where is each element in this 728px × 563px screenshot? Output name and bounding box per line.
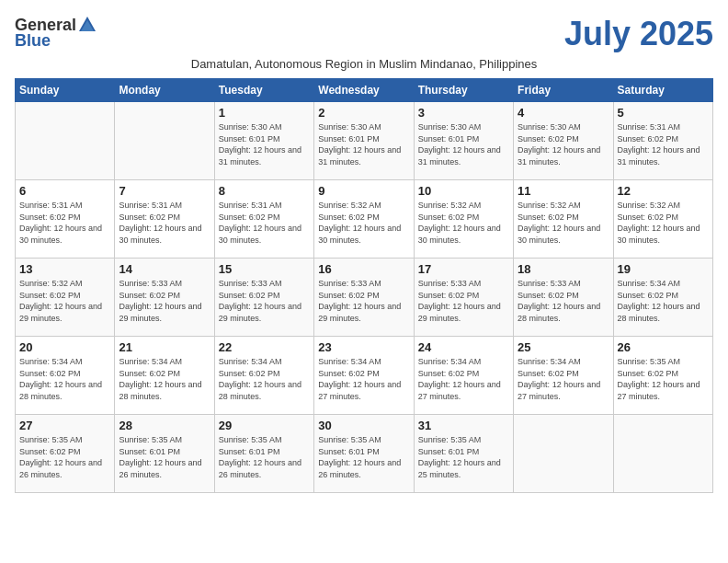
sunset-text: Sunset: 6:02 PM xyxy=(518,291,579,300)
sunrise-text: Sunrise: 5:35 AM xyxy=(418,435,482,444)
daylight-hours: Daylight: 12 hours and 26 minutes. xyxy=(219,458,301,479)
daylight-hours: Daylight: 12 hours and 31 minutes. xyxy=(318,145,401,167)
sunset-text: Sunset: 6:02 PM xyxy=(418,291,480,300)
day-number: 29 xyxy=(219,419,310,432)
sunrise-text: Sunrise: 5:32 AM xyxy=(318,201,381,210)
day-info: Sunrise: 5:34 AMSunset: 6:02 PMDaylight:… xyxy=(119,356,210,402)
sunrise-text: Sunrise: 5:33 AM xyxy=(119,279,182,288)
calendar-cell: 20Sunrise: 5:34 AMSunset: 6:02 PMDayligh… xyxy=(16,337,115,415)
sunset-text: Sunset: 6:02 PM xyxy=(19,213,81,222)
daylight-hours: Daylight: 12 hours and 29 minutes. xyxy=(219,302,301,323)
sunrise-text: Sunrise: 5:32 AM xyxy=(418,201,482,210)
sunset-text: Sunset: 6:02 PM xyxy=(618,213,679,222)
day-number: 30 xyxy=(318,419,409,432)
sunrise-text: Sunrise: 5:30 AM xyxy=(518,122,581,132)
sunset-text: Sunset: 6:02 PM xyxy=(19,291,81,300)
day-number: 23 xyxy=(318,340,409,354)
calendar-cell: 3Sunrise: 5:30 AMSunset: 6:01 PMDaylight… xyxy=(414,102,513,180)
page-header: General Blue July 2025 xyxy=(15,15,713,53)
calendar-cell: 10Sunrise: 5:32 AMSunset: 6:02 PMDayligh… xyxy=(414,180,513,259)
calendar-cell: 27Sunrise: 5:35 AMSunset: 6:02 PMDayligh… xyxy=(16,415,115,493)
sunrise-text: Sunrise: 5:30 AM xyxy=(318,122,381,132)
sunrise-text: Sunrise: 5:34 AM xyxy=(19,357,83,366)
day-number: 31 xyxy=(418,419,509,432)
sunset-text: Sunset: 6:02 PM xyxy=(418,213,480,222)
col-header-tuesday: Tuesday xyxy=(214,79,313,102)
day-number: 6 xyxy=(19,184,110,198)
sunset-text: Sunset: 6:02 PM xyxy=(119,369,180,378)
daylight-hours: Daylight: 12 hours and 30 minutes. xyxy=(318,224,401,245)
day-number: 13 xyxy=(19,262,110,276)
sunset-text: Sunset: 6:02 PM xyxy=(119,213,180,222)
calendar-week-5: 27Sunrise: 5:35 AMSunset: 6:02 PMDayligh… xyxy=(16,415,713,493)
sunrise-text: Sunrise: 5:34 AM xyxy=(119,357,182,366)
logo-blue-text: Blue xyxy=(15,31,51,51)
daylight-hours: Daylight: 12 hours and 28 minutes. xyxy=(119,380,201,401)
sunset-text: Sunset: 6:02 PM xyxy=(618,369,679,378)
day-info: Sunrise: 5:34 AMSunset: 6:02 PMDaylight:… xyxy=(219,356,310,402)
calendar-week-2: 6Sunrise: 5:31 AMSunset: 6:02 PMDaylight… xyxy=(16,180,713,259)
calendar-cell: 22Sunrise: 5:34 AMSunset: 6:02 PMDayligh… xyxy=(214,337,313,415)
sunrise-text: Sunrise: 5:30 AM xyxy=(219,122,282,132)
day-info: Sunrise: 5:35 AMSunset: 6:02 PMDaylight:… xyxy=(19,434,110,480)
day-number: 16 xyxy=(318,262,409,276)
day-info: Sunrise: 5:34 AMSunset: 6:02 PMDaylight:… xyxy=(418,356,509,402)
calendar-week-1: 1Sunrise: 5:30 AMSunset: 6:01 PMDaylight… xyxy=(16,102,713,180)
daylight-hours: Daylight: 12 hours and 27 minutes. xyxy=(418,380,501,401)
day-info: Sunrise: 5:35 AMSunset: 6:02 PMDaylight:… xyxy=(618,356,709,402)
sunset-text: Sunset: 6:02 PM xyxy=(518,369,579,378)
calendar-cell: 30Sunrise: 5:35 AMSunset: 6:01 PMDayligh… xyxy=(314,415,414,493)
col-header-sunday: Sunday xyxy=(16,79,115,102)
sunset-text: Sunset: 6:01 PM xyxy=(219,447,280,456)
sunrise-text: Sunrise: 5:31 AM xyxy=(19,201,83,210)
day-number: 24 xyxy=(418,340,509,354)
day-number: 14 xyxy=(119,262,210,276)
daylight-hours: Daylight: 12 hours and 29 minutes. xyxy=(318,302,401,323)
daylight-hours: Daylight: 12 hours and 28 minutes. xyxy=(19,380,102,401)
sunrise-text: Sunrise: 5:30 AM xyxy=(418,122,482,132)
day-info: Sunrise: 5:32 AMSunset: 6:02 PMDaylight:… xyxy=(418,200,509,246)
day-number: 12 xyxy=(618,184,709,198)
calendar-cell: 17Sunrise: 5:33 AMSunset: 6:02 PMDayligh… xyxy=(414,259,513,337)
daylight-hours: Daylight: 12 hours and 27 minutes. xyxy=(618,380,700,401)
day-number: 8 xyxy=(219,184,310,198)
calendar-cell: 25Sunrise: 5:34 AMSunset: 6:02 PMDayligh… xyxy=(514,337,613,415)
day-info: Sunrise: 5:33 AMSunset: 6:02 PMDaylight:… xyxy=(418,278,509,324)
daylight-hours: Daylight: 12 hours and 30 minutes. xyxy=(219,224,301,245)
calendar-cell: 18Sunrise: 5:33 AMSunset: 6:02 PMDayligh… xyxy=(514,259,613,337)
daylight-hours: Daylight: 12 hours and 30 minutes. xyxy=(19,224,102,245)
sunset-text: Sunset: 6:02 PM xyxy=(19,447,81,456)
day-info: Sunrise: 5:34 AMSunset: 6:02 PMDaylight:… xyxy=(318,356,409,402)
daylight-hours: Daylight: 12 hours and 30 minutes. xyxy=(418,224,501,245)
day-info: Sunrise: 5:34 AMSunset: 6:02 PMDaylight:… xyxy=(618,278,709,324)
calendar-cell: 29Sunrise: 5:35 AMSunset: 6:01 PMDayligh… xyxy=(214,415,313,493)
sunset-text: Sunset: 6:02 PM xyxy=(318,291,380,300)
sunset-text: Sunset: 6:02 PM xyxy=(618,291,679,300)
sunset-text: Sunset: 6:02 PM xyxy=(418,369,480,378)
calendar-cell: 13Sunrise: 5:32 AMSunset: 6:02 PMDayligh… xyxy=(16,259,115,337)
calendar-cell: 12Sunrise: 5:32 AMSunset: 6:02 PMDayligh… xyxy=(613,180,712,259)
day-info: Sunrise: 5:33 AMSunset: 6:02 PMDaylight:… xyxy=(219,278,310,324)
daylight-hours: Daylight: 12 hours and 26 minutes. xyxy=(119,458,201,479)
calendar-cell: 26Sunrise: 5:35 AMSunset: 6:02 PMDayligh… xyxy=(613,337,712,415)
calendar-table: SundayMondayTuesdayWednesdayThursdayFrid… xyxy=(15,78,713,493)
col-header-friday: Friday xyxy=(514,79,613,102)
sunrise-text: Sunrise: 5:33 AM xyxy=(418,279,482,288)
daylight-hours: Daylight: 12 hours and 27 minutes. xyxy=(518,380,600,401)
day-number: 3 xyxy=(418,106,509,120)
sunset-text: Sunset: 6:01 PM xyxy=(119,447,180,456)
day-number: 25 xyxy=(518,340,609,354)
daylight-hours: Daylight: 12 hours and 29 minutes. xyxy=(119,302,201,323)
calendar-cell: 15Sunrise: 5:33 AMSunset: 6:02 PMDayligh… xyxy=(214,259,313,337)
sunset-text: Sunset: 6:02 PM xyxy=(318,213,380,222)
sunrise-text: Sunrise: 5:33 AM xyxy=(318,279,381,288)
col-header-thursday: Thursday xyxy=(414,79,513,102)
day-info: Sunrise: 5:35 AMSunset: 6:01 PMDaylight:… xyxy=(418,434,509,480)
day-info: Sunrise: 5:30 AMSunset: 6:01 PMDaylight:… xyxy=(318,121,409,167)
daylight-hours: Daylight: 12 hours and 30 minutes. xyxy=(518,224,600,245)
sunrise-text: Sunrise: 5:35 AM xyxy=(318,435,381,444)
sunset-text: Sunset: 6:02 PM xyxy=(119,291,180,300)
daylight-hours: Daylight: 12 hours and 30 minutes. xyxy=(119,224,201,245)
calendar-cell xyxy=(613,415,712,493)
day-info: Sunrise: 5:31 AMSunset: 6:02 PMDaylight:… xyxy=(618,121,709,167)
